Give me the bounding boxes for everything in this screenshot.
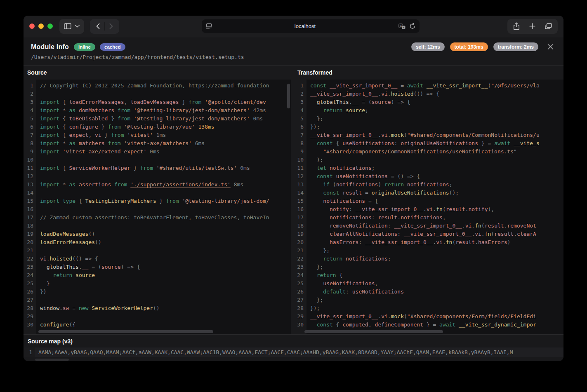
code-line: 20 hasErrors: __vite_ssr_import_0__.vi.f… <box>294 238 563 246</box>
code-token: , <box>375 280 378 286</box>
code-token: 'vitest-axe/extend-expect' <box>59 148 146 155</box>
code-token: . <box>423 206 427 212</box>
code-token: __vite_ssr_dynamic_impor <box>455 322 536 328</box>
code-token: } <box>98 124 108 130</box>
code-token: notifications <box>326 165 372 171</box>
code-token: ; <box>372 165 375 171</box>
code-line: 16 notify: __vite_ssr_import_0__.vi.fn(r… <box>294 205 563 214</box>
line-number: 6 <box>24 123 36 131</box>
code-token: import <box>40 115 59 122</box>
line-number: 12 <box>294 172 306 181</box>
code-token: 0ms <box>250 115 263 122</box>
code-token: }) <box>40 289 47 295</box>
code-line: 26}) <box>24 288 291 296</box>
code-token: import <box>40 132 59 138</box>
close-icon[interactable] <box>547 44 554 50</box>
reader-icon[interactable] <box>206 23 212 29</box>
inspector-page: Module Info inlinecached self: 12mstotal… <box>24 37 563 361</box>
code-token: __vite_ssr_import_0__ <box>404 231 471 237</box>
code-token: __vite_ssr_import__ <box>423 82 488 89</box>
transformed-horizontal-scrollbar[interactable] <box>304 330 443 333</box>
forward-button[interactable] <box>105 19 118 34</box>
code-token: ) <box>507 239 510 245</box>
code-token: vi <box>427 206 433 212</box>
code-token: result <box>494 231 514 237</box>
code-token: // Zammad custom assertions: toBeAvatarE… <box>40 214 269 221</box>
code-token: await <box>494 140 510 146</box>
line-number: 16 <box>24 205 36 214</box>
code-token: removeNot <box>507 223 536 229</box>
code-line: 3 globalThis.__ = (source) => { <box>294 98 563 106</box>
code-token: . <box>388 313 391 319</box>
code-token: 138ms <box>195 124 215 130</box>
code-token: return <box>310 272 336 278</box>
minimize-window-button[interactable] <box>38 23 44 29</box>
code-token: return <box>384 181 404 188</box>
line-number: 2 <box>24 90 36 98</box>
line-number: 11 <box>294 164 306 172</box>
code-token: ( <box>443 206 446 212</box>
line-number: 21 <box>24 246 36 255</box>
code-token: , <box>88 132 95 138</box>
code-token: const <box>310 140 333 146</box>
close-window-button[interactable] <box>29 23 35 29</box>
address-bar[interactable]: localhost A x <box>202 19 420 33</box>
code-line: 26 default: useNotifications <box>294 288 563 296</box>
code-token: }; <box>310 297 323 303</box>
module-link[interactable]: './support/assertions/index.ts' <box>130 181 231 188</box>
code-token: * <box>59 181 69 188</box>
code-token: ( <box>491 231 494 237</box>
line-number: 13 <box>24 181 36 189</box>
code-token: . <box>79 264 82 270</box>
back-button[interactable] <box>92 19 104 34</box>
code-token: ) => { <box>121 264 140 270</box>
code-token: import <box>40 107 59 113</box>
code-token: globalThis <box>310 99 349 105</box>
code-token: notify <box>310 206 349 212</box>
code-line: 1// Copyright (C) 2012-2025 Zammad Found… <box>24 82 291 90</box>
code-token: "#shared/components/Form/fields/FieldEdi <box>407 313 536 319</box>
code-token: = ( <box>358 99 371 105</box>
line-number: 15 <box>294 197 306 205</box>
code-token: source <box>101 264 121 270</box>
reload-icon[interactable] <box>410 23 415 29</box>
line-number: 29 <box>24 312 36 321</box>
code-token: from <box>189 99 201 105</box>
code-token: fn <box>436 206 443 212</box>
code-token: { <box>333 140 342 146</box>
code-token: from <box>108 140 120 146</box>
code-token: fn <box>485 231 491 237</box>
line-number: 22 <box>24 255 36 263</box>
code-token: __ <box>352 99 359 105</box>
code-line: 8import * as matchers from 'vitest-axe/m… <box>24 139 291 148</box>
code-token: originalUseNotifications <box>401 140 478 146</box>
status-badge: cached <box>100 43 125 51</box>
code-token: . <box>471 223 475 229</box>
translate-icon[interactable]: A x <box>398 23 405 29</box>
line-number: 25 <box>24 279 36 288</box>
code-token: { <box>59 132 69 138</box>
share-icon[interactable] <box>513 22 520 30</box>
code-line: 30configure({ <box>24 321 291 329</box>
line-number: 19 <box>294 230 306 238</box>
code-token: (() => { <box>413 91 439 97</box>
line-number: 22 <box>294 255 306 263</box>
code-token: }; <box>310 247 330 254</box>
code-token: notify <box>469 206 488 212</box>
code-token: loadErrorMessages <box>40 239 95 245</box>
code-token: expect <box>69 132 88 138</box>
tabs-icon[interactable] <box>545 23 552 29</box>
source-horizontal-scrollbar[interactable] <box>38 330 213 333</box>
sourcemap-horizontal-scrollbar[interactable] <box>35 359 69 361</box>
sidebar-toggle-button[interactable] <box>59 19 84 34</box>
code-token: . <box>443 239 446 245</box>
code-token: } <box>101 132 111 138</box>
code-token: notifications <box>401 214 443 221</box>
code-line: 13 if (notifications) return notificatio… <box>294 181 563 189</box>
line-number: 29 <box>294 312 306 321</box>
new-tab-icon[interactable] <box>529 23 535 29</box>
code-token: * <box>59 107 69 113</box>
code-line: 6}); <box>294 123 563 131</box>
zoom-window-button[interactable] <box>47 23 53 29</box>
code-token: '#shared/utils/testSw.ts' <box>153 165 237 171</box>
